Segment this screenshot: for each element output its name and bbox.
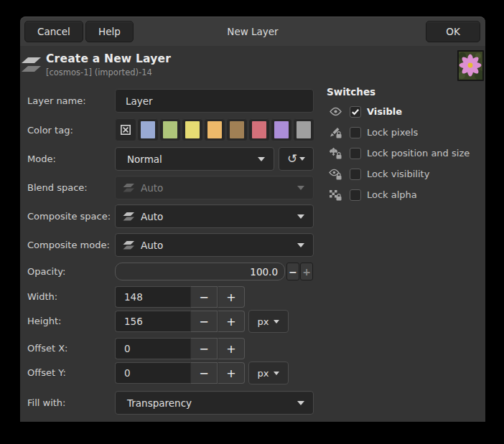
color-swatch [252,121,266,138]
switch-lock-alpha: Lock alpha [327,188,483,202]
image-name: [cosmos-1] (imported)-14 [46,67,171,77]
switch-label: Lock visibility [367,169,429,179]
height-label: Height: [27,310,61,331]
switches-title: Switches [327,86,483,98]
height-input[interactable]: 156 [115,311,190,332]
lock-position-size-checkbox[interactable] [350,148,361,159]
switch-label: Lock position and size [367,148,470,159]
color-swatch [230,121,244,138]
dialog-body: Create a New Layer [cosmos-1] (imported)… [20,46,485,422]
layer-name-input[interactable]: Layer [115,89,314,113]
switches-panel: Switches Visible Lock pixels [327,86,483,202]
color-swatch [274,121,289,138]
page-title: Create a New Layer [46,52,171,65]
chevron-down-icon [299,157,305,161]
color-tag-row [115,118,314,141]
composite-mode-value: Auto [141,240,163,251]
eye-lock-icon [329,168,342,180]
layer-name-label: Layer name: [27,89,86,113]
width-label: Width: [27,285,57,307]
titlebar: Cancel Help New Layer OK [20,16,485,46]
layers-icon [22,54,42,78]
color-tag-none[interactable] [115,118,136,141]
chevron-down-icon [297,401,304,405]
visible-checkbox[interactable] [350,106,361,118]
layers-icon [123,240,135,250]
size-unit-value: px [258,316,269,327]
switch-visible: Visible [327,105,483,118]
offset-x-increase-button[interactable]: + [218,338,245,359]
blend-space-dropdown: Auto [115,176,314,199]
color-swatch [185,121,200,138]
fill-with-dropdown[interactable]: Transparency [115,391,314,415]
switch-lock-pixels: Lock pixels [327,126,483,139]
width-increase-button[interactable]: + [218,286,245,308]
brush-lock-icon [329,126,342,138]
color-swatch [141,121,155,138]
composite-space-label: Composite space: [27,204,111,228]
color-swatch [207,121,222,138]
lock-pixels-checkbox[interactable] [350,127,361,138]
mode-value: Normal [127,153,162,165]
layers-icon [123,212,135,221]
move-lock-icon [329,147,342,159]
width-decrease-button[interactable]: − [190,286,218,308]
color-tag-gray[interactable] [293,118,314,141]
color-tag-red[interactable] [248,118,270,141]
cancel-button[interactable]: Cancel [24,21,83,42]
ok-button[interactable]: OK [426,21,480,42]
color-swatch [297,121,311,138]
color-swatch [163,121,177,138]
eye-icon [329,105,342,118]
offset-unit-dropdown[interactable]: px [248,362,289,384]
composite-mode-label: Composite mode: [27,233,110,257]
offset-unit-value: px [258,368,269,379]
switch-label: Lock alpha [367,189,417,200]
color-tag-violet[interactable] [271,118,292,141]
size-unit-dropdown[interactable]: px [248,310,289,333]
offset-x-decrease-button[interactable]: − [190,338,218,359]
chevron-down-icon [274,320,279,323]
reset-icon: ↺ [287,153,297,165]
switch-lock-position-size: Lock position and size [327,146,483,160]
composite-space-dropdown[interactable]: Auto [115,204,314,228]
offset-y-increase-button[interactable]: + [218,362,245,384]
lock-alpha-checkbox[interactable] [350,189,361,201]
offset-x-label: Offset X: [27,337,67,359]
color-tag-orange[interactable] [204,118,225,141]
offset-y-input[interactable]: 0 [115,362,190,384]
color-tag-green[interactable] [159,118,181,141]
mode-dropdown[interactable]: Normal [115,147,274,171]
color-tag-blue[interactable] [137,118,159,141]
chevron-down-icon [297,243,304,247]
opacity-decrease-button[interactable]: − [286,263,299,280]
offset-x-input[interactable]: 0 [115,338,190,359]
chevron-down-icon [258,157,265,161]
chevron-down-icon [274,372,279,375]
width-input[interactable]: 148 [115,286,190,308]
chevron-down-icon [297,214,304,219]
opacity-increase-button[interactable]: + [300,263,313,280]
height-increase-button[interactable]: + [218,311,245,332]
image-thumbnail [457,50,484,81]
alpha-lock-icon [329,189,342,201]
opacity-slider[interactable]: 100.0 [115,263,285,280]
fill-with-label: Fill with: [27,391,65,415]
composite-mode-dropdown[interactable]: Auto [115,233,314,257]
composite-space-value: Auto [141,211,163,222]
height-decrease-button[interactable]: − [190,311,218,332]
color-tag-brown[interactable] [226,118,248,141]
color-tag-yellow[interactable] [182,118,203,141]
help-button[interactable]: Help [85,21,134,42]
switch-label: Lock pixels [367,127,418,138]
opacity-label: Opacity: [27,260,65,283]
offset-y-decrease-button[interactable]: − [190,362,218,384]
new-layer-dialog: Cancel Help New Layer OK Create a New La… [0,0,504,444]
layers-icon [123,183,135,192]
mode-reset-button[interactable]: ↺ [279,147,314,171]
fill-with-value: Transparency [127,397,192,409]
lock-visibility-checkbox[interactable] [350,169,361,180]
mode-label: Mode: [27,147,56,171]
offset-y-label: Offset Y: [27,362,66,383]
switch-lock-visibility: Lock visibility [327,167,483,181]
